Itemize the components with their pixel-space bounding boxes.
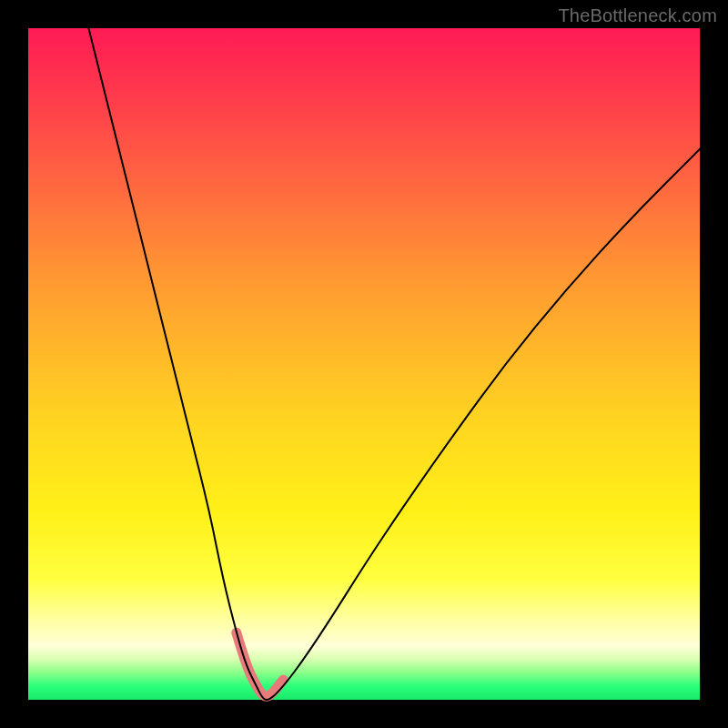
bottleneck-curve	[88, 28, 700, 700]
watermark-text: TheBottleneck.com	[558, 5, 717, 26]
plot-area	[28, 28, 700, 700]
pink-highlight-segment	[237, 632, 284, 696]
curve-svg	[28, 28, 700, 700]
chart-container: TheBottleneck.com	[0, 0, 728, 728]
